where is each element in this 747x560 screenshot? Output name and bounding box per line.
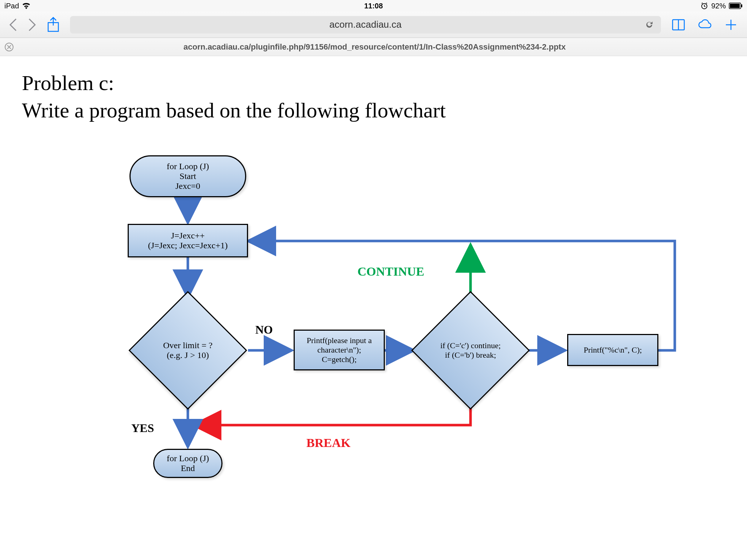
flowchart-end: for Loop (J) End <box>153 449 222 478</box>
label-continue: CONTINUE <box>357 265 424 279</box>
battery-pct-label: 92% <box>711 2 726 10</box>
close-tab-icon[interactable] <box>4 42 14 52</box>
forward-button[interactable] <box>28 18 36 31</box>
full-url-label: acorn.acadiau.ca/pluginfile.php/91156/mo… <box>21 42 743 52</box>
flowchart-decision-limit: Over limit = ? (e.g. J > 10) <box>146 308 230 392</box>
svg-rect-3 <box>741 4 742 7</box>
book-icon[interactable] <box>671 18 686 32</box>
flowchart-decision-char: if (C='c') continue; if (C='b') break; <box>429 308 512 392</box>
status-bar: iPad 11:08 92% <box>0 0 747 12</box>
share-icon[interactable] <box>47 17 60 33</box>
flowchart-input: Printf(please input a character\n"); C=g… <box>294 330 385 370</box>
alarm-icon <box>700 2 708 10</box>
document-content: Problem c: Write a program based on the … <box>0 56 747 542</box>
reload-icon[interactable] <box>644 20 654 30</box>
device-label: iPad <box>4 2 19 10</box>
wifi-icon <box>22 3 31 9</box>
problem-subtitle: Write a program based on the following f… <box>22 98 725 122</box>
clock-label: 11:08 <box>364 2 383 10</box>
battery-icon <box>729 3 743 9</box>
tab-bar: acorn.acadiau.ca/pluginfile.php/91156/mo… <box>0 38 747 56</box>
flowchart-output: Printf("%c\n", C); <box>567 334 658 366</box>
problem-title: Problem c: <box>22 71 725 95</box>
flowchart-start: for Loop (J) Start Jexc=0 <box>129 155 246 197</box>
new-tab-icon[interactable] <box>724 18 738 32</box>
flowchart-diagram: for Loop (J) Start Jexc=0 J=Jexc++ (J=Je… <box>22 144 715 527</box>
flowchart-increment: J=Jexc++ (J=Jexc; Jexc=Jexc+1) <box>128 224 248 257</box>
browser-toolbar: acorn.acadiau.ca <box>0 12 747 38</box>
cloud-icon[interactable] <box>697 18 712 32</box>
label-break: BREAK <box>306 436 351 450</box>
svg-rect-2 <box>730 4 740 8</box>
back-button[interactable] <box>9 18 18 31</box>
label-no: NO <box>255 323 273 337</box>
url-text: acorn.acadiau.ca <box>329 19 402 30</box>
label-yes: YES <box>131 421 154 435</box>
url-bar[interactable]: acorn.acadiau.ca <box>70 16 661 34</box>
